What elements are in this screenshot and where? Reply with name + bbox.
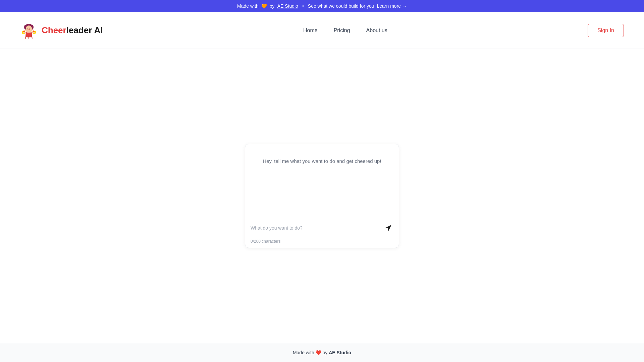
main-nav: Home Pricing About us <box>303 27 387 34</box>
svg-point-6 <box>30 27 30 28</box>
send-button[interactable] <box>383 223 393 233</box>
footer-heart-icon: ❤️ <box>316 350 323 355</box>
svg-line-14 <box>32 32 34 33</box>
banner-see-what: See what we could build for you <box>308 3 374 9</box>
footer-ae-studio: AE Studio <box>329 350 351 355</box>
banner-heart-icon: 🧡 <box>261 3 267 9</box>
banner-made-with: Made with <box>237 3 259 9</box>
banner-bullet: • <box>302 3 304 9</box>
banner-by: by <box>270 3 275 9</box>
chat-card: Hey, tell me what you want to do and get… <box>245 144 399 248</box>
chat-input-row <box>245 218 399 238</box>
char-count: 0/200 characters <box>245 238 399 248</box>
svg-point-4 <box>26 25 32 32</box>
chat-input[interactable] <box>251 225 381 231</box>
top-banner: Made with 🧡 by AE Studio • See what we c… <box>0 0 644 12</box>
footer-by: by <box>323 350 328 355</box>
cheerleader-logo-icon <box>20 22 38 39</box>
logo-link[interactable]: Cheerleader AI <box>20 22 103 39</box>
logo-text: Cheerleader AI <box>42 25 103 36</box>
svg-line-13 <box>23 32 26 33</box>
logo-cheer: Cheer <box>42 25 66 35</box>
chat-input-area: 0/200 characters <box>245 218 399 248</box>
nav-home[interactable]: Home <box>303 27 318 34</box>
banner-learn-more-button[interactable]: Learn more → <box>377 3 407 9</box>
nav-pricing[interactable]: Pricing <box>334 27 350 34</box>
svg-point-5 <box>28 27 28 28</box>
send-icon <box>385 224 392 232</box>
chat-placeholder-text: Hey, tell me what you want to do and get… <box>263 158 381 165</box>
nav-about-us[interactable]: About us <box>366 27 387 34</box>
header: Cheerleader AI Home Pricing About us Sig… <box>0 12 644 49</box>
footer-made-with: Made with <box>293 350 314 355</box>
logo-leader: leader AI <box>66 25 103 35</box>
footer: Made with ❤️ by AE Studio <box>0 343 644 362</box>
banner-ae-studio-link[interactable]: AE Studio <box>277 3 298 9</box>
main-content: Hey, tell me what you want to do and get… <box>0 49 644 343</box>
chat-messages-area: Hey, tell me what you want to do and get… <box>245 144 399 218</box>
sign-in-button[interactable]: Sign In <box>588 24 624 37</box>
